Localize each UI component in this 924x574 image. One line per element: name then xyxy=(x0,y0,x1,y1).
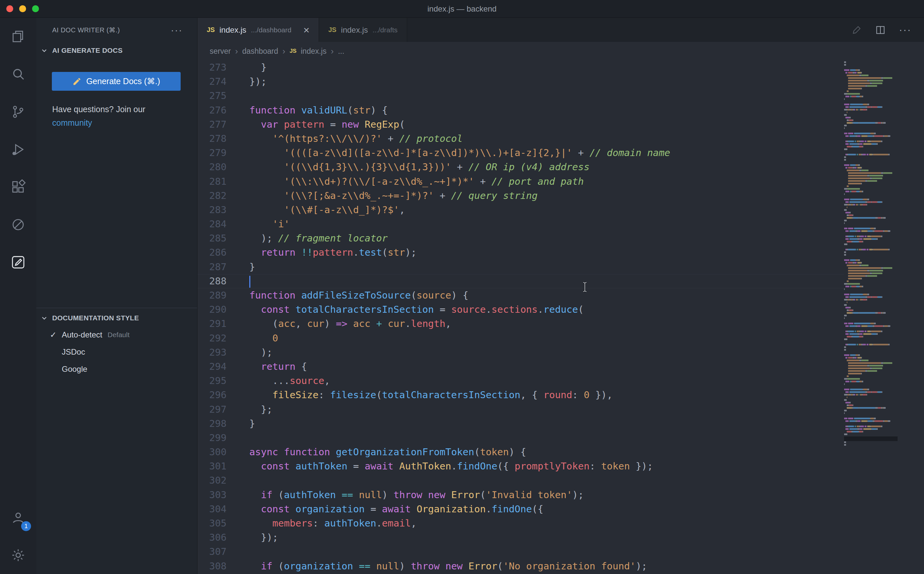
code-line-content[interactable]: fileSize: filesize(totalCharactersInSect… xyxy=(226,388,612,402)
code-line-content[interactable]: 0 xyxy=(226,331,278,345)
code-line[interactable]: 289function addFileSizeToSource(source) … xyxy=(198,288,844,303)
code-line-content[interactable]: ...source, xyxy=(226,374,330,388)
more-actions-icon[interactable]: ··· xyxy=(171,27,183,33)
zoom-window-button[interactable] xyxy=(32,5,39,12)
code-editor[interactable]: 273 }274});275276function validURL(str) … xyxy=(198,60,844,574)
code-line-content[interactable]: function addFileSizeToSource(source) { xyxy=(226,288,468,303)
line-number[interactable]: 286 xyxy=(198,246,226,260)
code-line-content[interactable]: '(\\#[-a-z\\d_]*)?$', xyxy=(226,203,405,217)
code-line-content[interactable]: ); // fragment locator xyxy=(226,231,388,246)
line-number[interactable]: 273 xyxy=(198,60,226,74)
line-number[interactable]: 291 xyxy=(198,317,226,331)
code-line[interactable]: 282 '(\\?[;&a-z\\d%_.~+=-]*)?' + // quer… xyxy=(198,189,844,203)
section-ai-generate-docs[interactable]: AI GENERATE DOCS xyxy=(36,42,197,59)
line-number[interactable]: 301 xyxy=(198,459,226,473)
line-number[interactable]: 281 xyxy=(198,175,226,189)
code-line[interactable]: 297 }; xyxy=(198,402,844,417)
split-editor-icon[interactable] xyxy=(875,25,886,35)
code-line-content[interactable]: } xyxy=(226,260,255,274)
line-number[interactable]: 293 xyxy=(198,345,226,360)
extensions-icon[interactable] xyxy=(0,168,36,206)
code-line[interactable]: 281 '(\\:\\d+)?(\\/[-a-z\\d%_.~+]*)*' + … xyxy=(198,175,844,189)
code-line[interactable]: 295 ...source, xyxy=(198,374,844,388)
accounts-icon[interactable]: 1 xyxy=(0,499,36,536)
code-line-content[interactable]: }); xyxy=(226,530,278,545)
generate-docs-button[interactable]: Generate Docs (⌘.) xyxy=(52,72,180,91)
code-line[interactable]: 308 if (organization == null) throw new … xyxy=(198,559,844,573)
settings-gear-icon[interactable] xyxy=(0,536,36,574)
line-number[interactable]: 302 xyxy=(198,473,226,487)
code-line-content[interactable]: const organization = await Organization.… xyxy=(226,502,544,516)
line-number[interactable]: 275 xyxy=(198,89,226,103)
line-number[interactable]: 304 xyxy=(198,502,226,516)
line-number[interactable]: 295 xyxy=(198,374,226,388)
code-line[interactable]: 280 '((\\d{1,3}\\.){3}\\d{1,3}))' + // O… xyxy=(198,160,844,174)
tab-index-js-dashboard[interactable]: JS index.js .../dashboard × xyxy=(198,18,319,42)
doc-style-google[interactable]: ✓ Google xyxy=(36,361,197,378)
code-line[interactable]: 294 return { xyxy=(198,360,844,374)
line-number[interactable]: 308 xyxy=(198,559,226,573)
doc-style-jsdoc[interactable]: ✓ JSDoc xyxy=(36,344,197,361)
code-line-content[interactable]: } xyxy=(226,60,266,74)
line-number[interactable]: 296 xyxy=(198,388,226,402)
minimize-window-button[interactable] xyxy=(19,5,26,12)
line-number[interactable]: 277 xyxy=(198,117,226,132)
line-number[interactable]: 298 xyxy=(198,417,226,431)
line-number[interactable]: 294 xyxy=(198,360,226,374)
line-number[interactable]: 307 xyxy=(198,545,226,559)
code-line-content[interactable]: if (organization == null) throw new Erro… xyxy=(226,559,647,573)
line-number[interactable]: 306 xyxy=(198,530,226,545)
line-number[interactable]: 288 xyxy=(198,274,226,288)
code-line-content[interactable] xyxy=(226,545,249,559)
code-line[interactable]: 298} xyxy=(198,417,844,431)
code-line[interactable]: 303 if (authToken == null) throw new Err… xyxy=(198,488,844,502)
breadcrumb-index-js[interactable]: index.js xyxy=(301,47,327,56)
code-line[interactable]: 273 } xyxy=(198,60,844,74)
doc-style-auto-detect[interactable]: ✓ Auto-detect Default xyxy=(36,326,197,344)
code-line[interactable]: 301 const authToken = await AuthToken.fi… xyxy=(198,459,844,473)
breadcrumb-server[interactable]: server xyxy=(210,47,231,56)
line-number[interactable]: 300 xyxy=(198,445,226,459)
run-debug-icon[interactable] xyxy=(0,131,36,168)
scrollbar-gutter[interactable] xyxy=(897,60,924,574)
line-number[interactable]: 283 xyxy=(198,203,226,217)
code-line[interactable]: 306 }); xyxy=(198,530,844,545)
line-number[interactable]: 290 xyxy=(198,303,226,317)
ai-doc-editor-action-icon[interactable] xyxy=(851,25,862,35)
code-line-content[interactable]: members: authToken.email, xyxy=(226,516,416,530)
breadcrumb-symbol[interactable]: ... xyxy=(338,47,344,56)
line-number[interactable]: 305 xyxy=(198,516,226,530)
code-line[interactable]: 305 members: authToken.email, xyxy=(198,516,844,530)
code-line[interactable]: 275 xyxy=(198,89,844,103)
code-line-content[interactable]: const authToken = await AuthToken.findOn… xyxy=(226,459,653,473)
ai-doc-writer-icon[interactable] xyxy=(0,243,36,281)
code-line[interactable]: 290 const totalCharactersInSection = sou… xyxy=(198,303,844,317)
code-line-content[interactable]: 'i' xyxy=(226,217,290,231)
code-line-content[interactable] xyxy=(226,89,249,103)
code-line[interactable]: 300async function getOrganizationFromTok… xyxy=(198,445,844,459)
code-line[interactable]: 283 '(\\#[-a-z\\d_]*)?$', xyxy=(198,203,844,217)
code-line[interactable]: 292 0 xyxy=(198,331,844,345)
code-line[interactable]: 277 var pattern = new RegExp( xyxy=(198,117,844,132)
circle-slash-icon[interactable] xyxy=(0,206,36,243)
code-line-content[interactable]: ); xyxy=(226,345,272,360)
code-line-content[interactable]: return { xyxy=(226,360,307,374)
code-line-content[interactable]: const totalCharactersInSection = source.… xyxy=(226,303,584,317)
line-number[interactable]: 287 xyxy=(198,260,226,274)
code-line[interactable]: 299 xyxy=(198,431,844,445)
code-line[interactable]: 288 xyxy=(198,274,844,288)
line-number[interactable]: 292 xyxy=(198,331,226,345)
code-line[interactable]: 293 ); xyxy=(198,345,844,360)
code-line[interactable]: 307 xyxy=(198,545,844,559)
search-icon[interactable] xyxy=(0,55,36,93)
code-line-content[interactable]: if (authToken == null) throw new Error('… xyxy=(226,488,584,502)
line-number[interactable]: 284 xyxy=(198,217,226,231)
code-line[interactable]: 286 return !!pattern.test(str); xyxy=(198,246,844,260)
code-line[interactable]: 276function validURL(str) { xyxy=(198,103,844,117)
breadcrumb-dashboard[interactable]: dashboard xyxy=(242,47,278,56)
community-link[interactable]: community xyxy=(52,118,92,127)
line-number[interactable]: 279 xyxy=(198,146,226,160)
explorer-icon[interactable] xyxy=(0,18,36,55)
code-line-content[interactable] xyxy=(226,431,249,445)
tab-index-js-drafts[interactable]: JS index.js .../drafts xyxy=(319,18,407,42)
